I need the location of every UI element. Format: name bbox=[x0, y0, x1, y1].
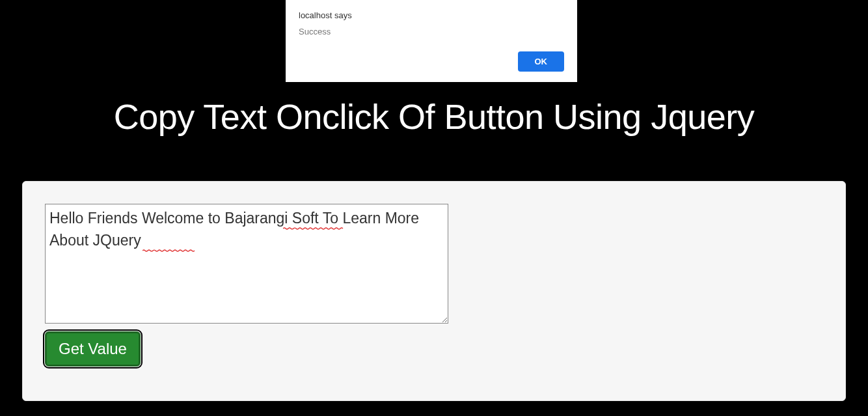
ok-button[interactable]: OK bbox=[518, 51, 565, 72]
get-value-button[interactable]: Get Value bbox=[45, 331, 141, 367]
alert-origin-text: localhost says bbox=[299, 10, 564, 20]
page-title: Copy Text Onclick Of Button Using Jquery bbox=[0, 96, 868, 137]
alert-dialog: localhost says Success OK bbox=[286, 0, 577, 82]
content-card: Get Value bbox=[22, 181, 846, 401]
text-input[interactable] bbox=[45, 204, 448, 324]
alert-message-text: Success bbox=[299, 27, 564, 36]
alert-footer: OK bbox=[518, 51, 565, 72]
